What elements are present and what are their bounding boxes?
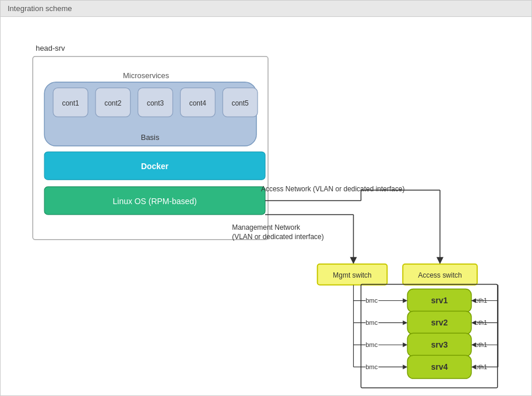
srv1-label: srv1 (431, 296, 448, 305)
linux-label: Linux OS (RPM-based) (113, 197, 197, 206)
access-network-label: Access Network (VLAN or dedicated interf… (261, 185, 404, 193)
cont1-label: cont1 (62, 99, 79, 107)
docker-label: Docker (141, 162, 169, 171)
bmc3-label: bmc (365, 341, 378, 348)
srv4-label: srv4 (431, 362, 448, 372)
cont5-label: cont5 (232, 99, 249, 107)
srv2-label: srv2 (431, 318, 448, 327)
mgmt-switch-arrow (350, 257, 357, 264)
bmc2-label: bmc (365, 319, 378, 326)
eth1-4-arrow (471, 365, 476, 369)
integration-diagram: head-srv Microservices cont1 cont2 cont3… (1, 17, 531, 394)
eth1-3-arrow (471, 342, 476, 347)
eth1-2-arrow (471, 320, 476, 325)
page-title: Integration scheme (8, 4, 72, 13)
cont3-label: cont3 (147, 99, 164, 107)
bmc3-arrow (403, 342, 407, 347)
mgmt-switch-label: Mgmt switch (333, 271, 371, 279)
srv3-label: srv3 (431, 340, 448, 349)
bmc1-arrow (403, 299, 407, 303)
page: Integration scheme head-srv Microservice… (0, 0, 532, 396)
mgmt-network-label-1: Management Network (232, 223, 300, 232)
bmc1-label: bmc (365, 297, 378, 304)
mgmt-network-label-2: (VLAN or dedicated interface) (232, 233, 323, 241)
basis-label: Basis (141, 133, 160, 142)
header: Integration scheme (1, 1, 531, 17)
bmc2-arrow (403, 320, 407, 325)
access-switch-arrow (436, 257, 443, 264)
cont2-label: cont2 (104, 99, 122, 107)
bmc4-label: bmc (365, 363, 378, 370)
diagram-area: head-srv Microservices cont1 cont2 cont3… (1, 17, 531, 394)
microservices-label: Microservices (123, 71, 169, 80)
eth1-1-arrow (471, 299, 476, 303)
bmc4-arrow (403, 365, 407, 369)
access-switch-label: Access switch (418, 271, 462, 279)
cont4-label: cont4 (189, 99, 207, 107)
head-srv-label: head-srv (36, 44, 65, 52)
